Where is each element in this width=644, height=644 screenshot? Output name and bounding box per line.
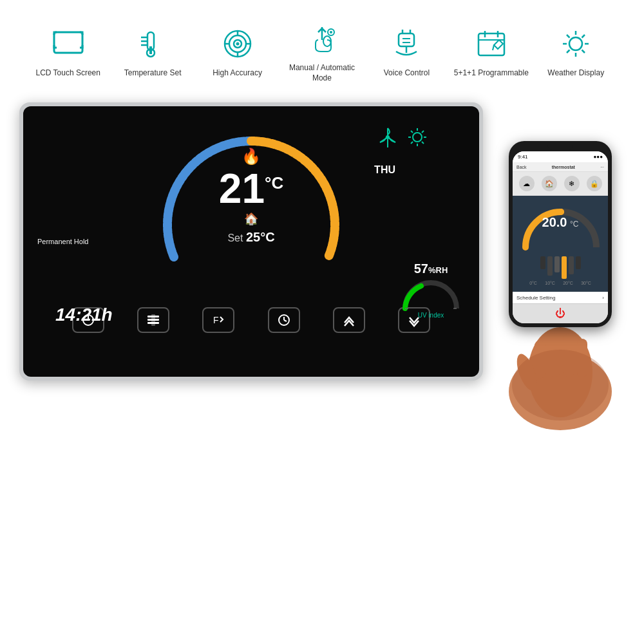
mode-button[interactable]: F <box>202 307 234 333</box>
home-icon: 🏠 <box>244 212 258 226</box>
svg-rect-58 <box>151 314 155 326</box>
feature-high-accuracy: High Accuracy <box>199 24 276 79</box>
temp-set-label: Temperature Set <box>124 68 182 79</box>
phone-back[interactable]: Back <box>516 165 527 169</box>
gauge-center: 🔥 21°C 🏠 Set 25°C <box>219 147 283 245</box>
phone-temp-overlay: 20.0 °C <box>519 215 601 230</box>
phone-bar-labels: 0°C10°C20°C30°C <box>519 281 601 285</box>
phone-more: ··· <box>600 165 604 169</box>
set-temp: Set 25°C <box>227 230 274 245</box>
sun-icon <box>556 24 595 63</box>
svg-line-36 <box>567 50 570 53</box>
lcd-icon <box>49 24 88 63</box>
svg-line-35 <box>582 35 585 38</box>
menu-button[interactable] <box>137 307 169 333</box>
svg-point-17 <box>330 31 332 33</box>
phone-nav[interactable]: Back thermostat ··· <box>513 163 608 172</box>
high-accuracy-label: High Accuracy <box>213 68 262 79</box>
weather-label: Weather Display <box>547 68 604 79</box>
feature-weather: Weather Display <box>537 24 614 79</box>
manual-auto-label: Manual / Automatic Mode <box>283 63 361 83</box>
phone-power-btn[interactable]: ⏻ <box>513 303 608 323</box>
up-button[interactable] <box>333 307 365 333</box>
svg-text:F: F <box>213 315 219 325</box>
clock-button[interactable] <box>268 307 300 333</box>
phone-notch <box>547 145 573 150</box>
thermostat-device: Permanent Hold 14:21h THU <box>19 102 483 381</box>
svg-rect-0 <box>54 32 82 53</box>
svg-point-10 <box>236 42 239 45</box>
uv-gauge-svg <box>402 276 460 312</box>
phone-gauge-area: 20.0 °C 0°C10°C20°C30°C <box>513 196 608 292</box>
svg-line-62 <box>284 320 287 321</box>
feature-voice-control: Voice Control <box>368 24 445 79</box>
phone-icon-1[interactable]: ☁ <box>519 176 535 191</box>
thermometer-icon <box>133 24 172 63</box>
svg-line-33 <box>567 35 570 38</box>
phone-arc: 20.0 °C <box>519 202 601 254</box>
svg-rect-18 <box>399 33 414 46</box>
svg-point-28 <box>569 37 582 50</box>
uv-label: UV index <box>418 312 444 319</box>
svg-point-63 <box>558 209 564 215</box>
programmable-label: 5+1+1 Programmable <box>454 68 529 79</box>
phone-icon-4[interactable]: 🔒 <box>587 176 602 191</box>
phone-container: 9:41 ●●● Back thermostat ··· ☁ 🏠 ❄ 🔒 <box>496 141 625 433</box>
phone-body: 9:41 ●●● Back thermostat ··· ☁ 🏠 ❄ 🔒 <box>509 141 612 327</box>
feature-programmable: 5+1+1 Programmable <box>453 24 530 79</box>
target-icon <box>218 24 257 63</box>
voice-icon <box>387 24 426 63</box>
features-row: LCD Touch Screen Temperature Set <box>0 0 644 96</box>
svg-point-71 <box>512 350 609 421</box>
phone-screen: 9:41 ●●● Back thermostat ··· ☁ 🏠 ❄ 🔒 <box>513 151 608 323</box>
phone-bars <box>519 256 601 279</box>
phone-icon-3[interactable]: ❄ <box>564 176 580 191</box>
phone-schedule[interactable]: Schedule Setting › <box>513 292 608 303</box>
thermostat-screen: Permanent Hold 14:21h THU <box>23 106 479 377</box>
humidity-value: 57%RH <box>414 261 448 276</box>
calendar-icon <box>472 24 511 63</box>
rh-uv-area: 57%RH UV index <box>402 261 460 319</box>
svg-line-27 <box>493 45 494 50</box>
current-temp: 21°C <box>219 168 283 209</box>
svg-rect-23 <box>478 33 504 55</box>
flame-icon: 🔥 <box>242 147 261 166</box>
phone-status-bar: 9:41 ●●● <box>513 151 608 163</box>
svg-line-34 <box>582 50 585 53</box>
phone-icons-row: ☁ 🏠 ❄ 🔒 <box>513 172 608 196</box>
phone-time: 9:41 <box>518 154 528 160</box>
phone-signal: ●●● <box>594 154 603 160</box>
feature-lcd: LCD Touch Screen <box>30 24 107 79</box>
lcd-label: LCD Touch Screen <box>35 68 100 79</box>
hand-svg <box>496 314 625 430</box>
voice-label: Voice Control <box>384 68 430 79</box>
phone-title: thermostat <box>529 165 598 169</box>
main-section: Permanent Hold 14:21h THU <box>0 96 644 433</box>
feature-temp-set: Temperature Set <box>114 24 191 79</box>
time-display: 14:21h <box>55 305 113 325</box>
feature-manual-auto: Manual / Automatic Mode <box>283 19 361 83</box>
hand-icon <box>303 19 341 58</box>
phone-icon-2[interactable]: 🏠 <box>542 176 557 191</box>
svg-rect-6 <box>149 46 152 54</box>
